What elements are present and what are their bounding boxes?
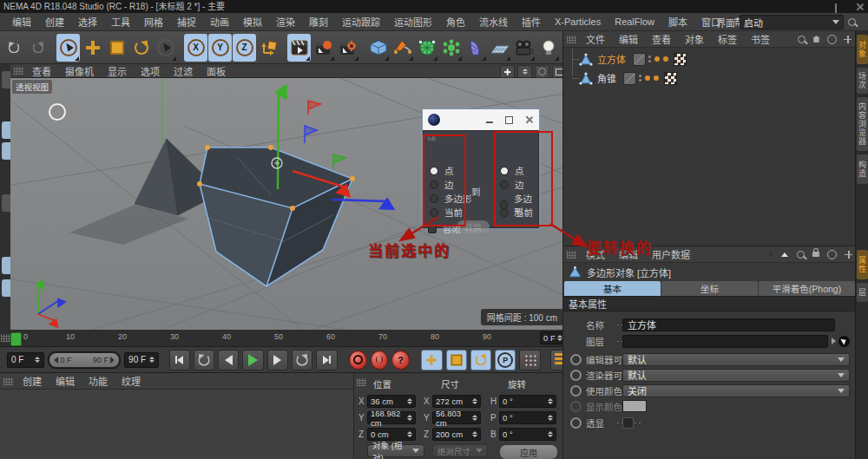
viewport-pan-icon[interactable]	[500, 65, 515, 78]
spinner-icon[interactable]	[407, 431, 412, 437]
current-frame-field[interactable]: 0 F	[7, 352, 44, 368]
palette-icon-sliver[interactable]	[2, 142, 10, 160]
render-visibility-dot[interactable]	[654, 75, 659, 81]
basic-properties-section[interactable]: 基本属性	[563, 296, 856, 311]
panel-grip-icon[interactable]	[567, 251, 576, 259]
timeline-ruler[interactable]: 0 10 20 30 40 50 60 70 80 90 0 F	[0, 330, 569, 347]
spinner-icon[interactable]	[472, 431, 477, 437]
menu-mesh[interactable]: 网格	[137, 15, 170, 29]
spinner-icon[interactable]	[548, 431, 553, 437]
add-deformer-button[interactable]	[464, 34, 487, 62]
maximize-icon[interactable]	[835, 3, 844, 11]
tab-phong[interactable]: 平滑着色(Phong)	[759, 281, 855, 296]
palette-icon-sliver[interactable]	[2, 121, 10, 139]
rotation-h-field[interactable]: 0 °	[499, 395, 556, 408]
material-menu-edit[interactable]: 编辑	[49, 374, 81, 388]
menu-render[interactable]: 渲染	[269, 15, 302, 29]
viewport-zoom-icon[interactable]	[517, 65, 532, 78]
palette-icon-sliver[interactable]	[2, 194, 10, 212]
menu-plugins[interactable]: 插件	[515, 15, 548, 29]
lock-icon[interactable]	[812, 252, 819, 257]
texture-tag-icon[interactable]	[674, 53, 687, 66]
lock-z-button[interactable]: Z	[233, 34, 256, 62]
history-back-icon[interactable]	[768, 251, 773, 258]
size-x-field[interactable]: 272 cm	[432, 395, 481, 408]
search-icon[interactable]	[848, 18, 856, 26]
rotation-p-field[interactable]: 0 °	[499, 411, 556, 424]
side-tab-takes[interactable]: 场次	[857, 68, 868, 94]
tab-coordinates[interactable]: 坐标	[661, 281, 758, 296]
play-loop-button[interactable]	[292, 350, 312, 370]
spinner-icon[interactable]	[407, 415, 412, 421]
viewport-menu-view[interactable]: 查看	[25, 64, 58, 78]
play-button[interactable]	[242, 350, 263, 370]
render-visibility-dot[interactable]	[663, 56, 668, 62]
texture-tag-icon[interactable]	[664, 72, 677, 85]
anim-dot-icon[interactable]	[570, 385, 582, 397]
autokey-button[interactable]	[371, 351, 389, 370]
play-backwards-loop-button[interactable]	[194, 350, 214, 370]
om-menu-file[interactable]: 文件	[580, 32, 611, 46]
rotation-b-field[interactable]: 0 °	[499, 428, 556, 441]
interface-dropdown[interactable]: 启动	[740, 15, 844, 30]
viewport-menu-filter[interactable]: 过滤	[167, 64, 200, 78]
add-subdivision-surface-button[interactable]	[415, 34, 438, 62]
viewport-menu-display[interactable]: 显示	[101, 64, 134, 78]
menu-sculpt[interactable]: 雕刻	[302, 15, 335, 29]
side-tab-objects[interactable]: 对象	[857, 35, 868, 64]
next-frame-button[interactable]	[267, 350, 288, 370]
search-icon[interactable]	[798, 36, 806, 43]
undo-button[interactable]	[2, 34, 25, 62]
object-row-pyramid[interactable]: 角锥	[563, 69, 855, 88]
use-color-dropdown[interactable]: 关闭	[622, 384, 850, 397]
menu-character[interactable]: 角色	[439, 15, 472, 29]
dialog-minimize-icon[interactable]	[486, 121, 493, 123]
previous-frame-button[interactable]	[218, 350, 239, 370]
close-icon[interactable]	[856, 3, 865, 11]
size-y-field[interactable]: 56.803 cm	[432, 411, 481, 424]
anim-dot-icon[interactable]	[570, 401, 582, 412]
viewport-menu-panel[interactable]: 面板	[200, 64, 233, 78]
object-name[interactable]: 角锥	[597, 71, 616, 85]
menu-create[interactable]: 创建	[38, 15, 71, 29]
side-tab-layers[interactable]: 层	[857, 283, 868, 302]
lock-x-button[interactable]: X	[184, 34, 207, 62]
anim-dot-icon[interactable]	[570, 417, 582, 429]
editor-visibility-dot[interactable]	[654, 56, 660, 62]
scale-button[interactable]	[105, 34, 128, 62]
key-pla-toggle[interactable]	[519, 350, 540, 370]
search-icon[interactable]	[797, 251, 805, 259]
menu-animate[interactable]: 动画	[203, 15, 236, 29]
gizmo-y-arrow[interactable]	[278, 92, 279, 189]
anim-dot-icon[interactable]	[570, 370, 582, 381]
panel-grip-icon[interactable]	[1, 334, 10, 342]
render-visibility-dropdown[interactable]: 默认	[622, 369, 850, 382]
last-tool-button[interactable]	[154, 34, 177, 62]
om-menu-bookmarks[interactable]: 书签	[745, 32, 776, 46]
anim-dot-icon[interactable]	[570, 354, 582, 365]
apply-button[interactable]: 应用	[499, 444, 558, 459]
render-view-button[interactable]	[287, 34, 311, 62]
end-frame-field[interactable]: 90 F	[124, 352, 159, 368]
home-icon[interactable]	[812, 36, 820, 43]
add-light-button[interactable]	[536, 34, 560, 62]
panel-grip-icon[interactable]	[3, 377, 13, 385]
redo-button[interactable]	[26, 34, 49, 62]
menu-pipeline[interactable]: 流水线	[472, 15, 515, 29]
size-mode-dropdown[interactable]: 绝对尺寸	[432, 444, 488, 457]
position-x-field[interactable]: 36 cm	[367, 395, 416, 408]
panel-grip-icon[interactable]	[567, 36, 576, 43]
object-name[interactable]: 立方体	[597, 52, 626, 66]
move-button[interactable]	[81, 34, 104, 62]
material-menu-texture[interactable]: 纹理	[115, 374, 147, 388]
spinner-icon[interactable]	[472, 398, 477, 404]
record-keyframe-button[interactable]	[349, 351, 367, 370]
object-row-cube[interactable]: 立方体	[563, 49, 855, 69]
menu-select[interactable]: 选择	[71, 15, 104, 29]
layer-browse-icon[interactable]	[832, 338, 836, 344]
key-scale-toggle[interactable]	[446, 350, 467, 370]
viewport-menu-options[interactable]: 选项	[134, 64, 167, 78]
coordinate-mode-dropdown[interactable]: 对象 (相对)	[367, 444, 424, 457]
add-spline-button[interactable]	[391, 34, 414, 62]
key-parameter-toggle[interactable]: P	[495, 350, 516, 370]
